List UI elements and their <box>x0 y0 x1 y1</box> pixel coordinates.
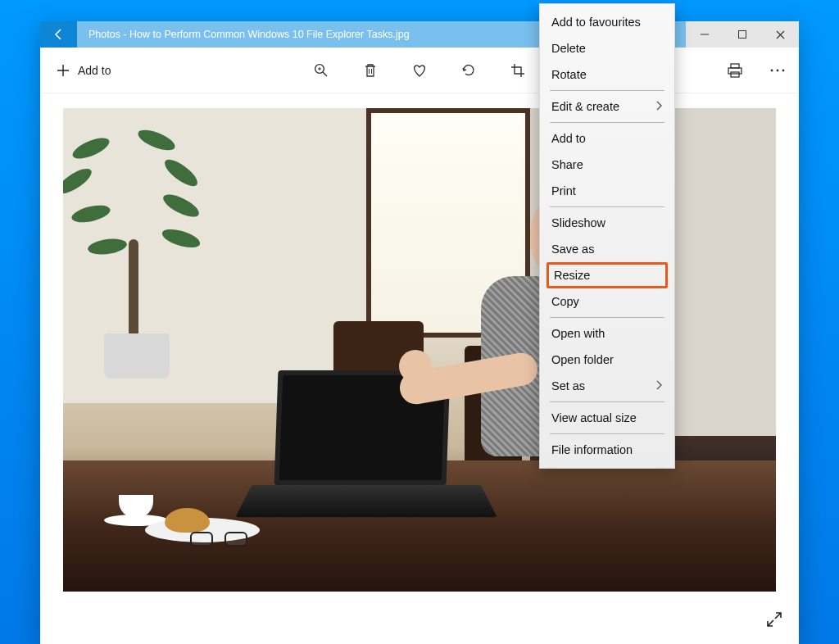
toolbar: Add to <box>40 48 799 93</box>
menu-item-set-as[interactable]: Set as <box>540 373 674 399</box>
menu-item-add-to[interactable]: Add to <box>540 125 674 152</box>
menu-item-save-as[interactable]: Save as <box>540 236 674 262</box>
menu-item-slideshow[interactable]: Slideshow <box>540 210 674 236</box>
menu-item-label: Rotate <box>551 68 587 81</box>
menu-divider <box>550 122 664 123</box>
menu-item-label: Set as <box>551 379 585 392</box>
menu-item-file-information[interactable]: File information <box>540 437 674 463</box>
content-area <box>40 93 799 644</box>
rotate-icon[interactable] <box>460 62 477 79</box>
menu-item-print[interactable]: Print <box>540 178 674 204</box>
plus-icon <box>55 62 71 79</box>
menu-item-label: Edit & create <box>551 100 619 113</box>
menu-item-label: Copy <box>551 295 579 308</box>
window-controls <box>686 21 799 48</box>
context-menu: Add to favouritesDeleteRotateEdit & crea… <box>539 3 675 469</box>
favourite-icon[interactable] <box>411 62 428 79</box>
back-button[interactable] <box>40 21 77 48</box>
minimize-button[interactable] <box>686 21 723 48</box>
add-to-label: Add to <box>78 64 111 77</box>
menu-item-label: Open with <box>551 327 605 340</box>
fullscreen-button[interactable] <box>764 610 784 629</box>
photos-app-window: Photos - How to Perform Common Windows 1… <box>40 21 799 644</box>
chevron-right-icon <box>656 379 663 392</box>
menu-item-open-folder[interactable]: Open folder <box>540 347 674 373</box>
menu-item-share[interactable]: Share <box>540 152 674 178</box>
svg-line-3 <box>323 72 327 76</box>
menu-item-edit-create[interactable]: Edit & create <box>540 93 674 120</box>
menu-item-label: Add to favourites <box>551 16 641 29</box>
menu-item-label: Print <box>551 184 576 197</box>
svg-point-13 <box>782 69 785 71</box>
menu-item-open-with[interactable]: Open with <box>540 320 674 347</box>
svg-point-11 <box>771 69 773 71</box>
titlebar: Photos - How to Perform Common Windows 1… <box>40 21 799 48</box>
menu-divider <box>550 317 664 318</box>
menu-item-delete[interactable]: Delete <box>540 35 674 61</box>
menu-item-label: Add to <box>551 132 586 145</box>
menu-item-copy[interactable]: Copy <box>540 288 674 315</box>
menu-item-label: View actual size <box>551 411 637 424</box>
svg-rect-1 <box>739 31 746 39</box>
menu-item-label: Save as <box>551 243 594 256</box>
menu-item-view-actual-size[interactable]: View actual size <box>540 405 674 431</box>
menu-item-label: Slideshow <box>551 216 605 229</box>
toolbar-center <box>313 62 526 79</box>
svg-point-12 <box>777 69 779 71</box>
zoom-icon[interactable] <box>313 62 329 79</box>
print-icon[interactable] <box>727 62 743 79</box>
menu-divider <box>550 206 664 207</box>
svg-rect-10 <box>731 72 739 77</box>
menu-item-label: Share <box>551 158 583 171</box>
menu-item-rotate[interactable]: Rotate <box>540 61 674 88</box>
menu-item-resize[interactable]: Resize <box>546 262 668 288</box>
menu-divider <box>550 433 664 434</box>
toolbar-right <box>727 62 791 79</box>
chevron-right-icon <box>656 100 663 113</box>
menu-item-label: Open folder <box>551 353 614 366</box>
menu-divider <box>550 90 664 91</box>
more-icon[interactable] <box>769 62 786 79</box>
menu-item-label: Resize <box>554 269 590 282</box>
maximize-button[interactable] <box>723 21 761 48</box>
close-button[interactable] <box>761 21 799 48</box>
menu-item-label: Delete <box>551 42 586 55</box>
menu-item-add-to-favourites[interactable]: Add to favourites <box>540 9 674 35</box>
menu-item-label: File information <box>551 443 633 456</box>
add-to-button[interactable]: Add to <box>48 57 117 84</box>
menu-divider <box>550 401 664 402</box>
crop-icon[interactable] <box>510 62 526 79</box>
svg-rect-8 <box>731 64 739 68</box>
delete-icon[interactable] <box>362 62 379 79</box>
